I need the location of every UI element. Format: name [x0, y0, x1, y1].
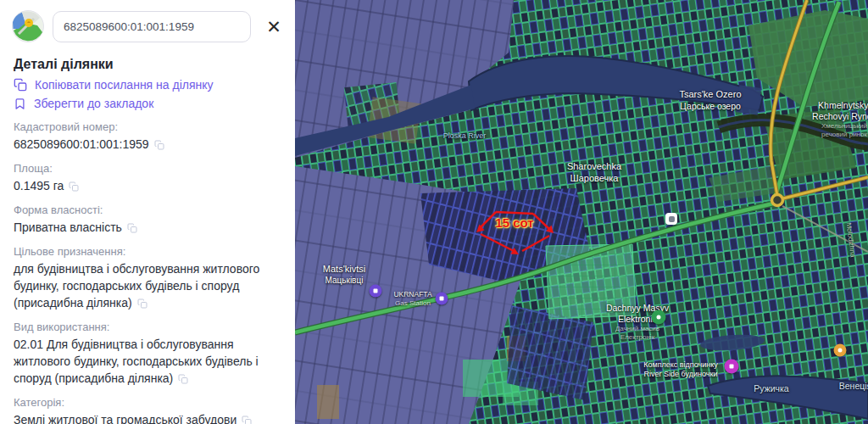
field-category: Категорія: Землі житлової та громадської… — [0, 396, 295, 424]
field-value: 02.01 Для будівництва і обслуговування ж… — [14, 338, 259, 385]
field-label: Кадастровий номер: — [14, 120, 287, 133]
search-input-wrap — [53, 11, 251, 42]
page-title: Деталі ділянки — [14, 57, 295, 72]
field-label: Форма власності: — [14, 204, 287, 216]
copy-icon — [14, 78, 27, 92]
search-input[interactable] — [53, 11, 251, 42]
close-panel-button[interactable]: ✕ — [263, 18, 285, 36]
resort-poi-icon[interactable] — [725, 360, 739, 374]
area-annotation: 15 сот — [495, 215, 533, 230]
copy-value-icon[interactable] — [242, 416, 252, 424]
copy-value-icon[interactable] — [154, 140, 164, 153]
roundabout — [772, 195, 783, 206]
field-cadastral-number: Кадастровий номер: 6825089600:01:001:195… — [0, 120, 295, 153]
gas-station-poi-icon[interactable] — [436, 293, 448, 305]
field-ownership: Форма власності: Приватна власність — [0, 204, 295, 236]
food-poi-icon[interactable] — [834, 344, 847, 357]
field-label: Вид використання: — [14, 321, 287, 333]
field-value: 0.1495 га — [14, 179, 64, 192]
field-label: Площа: — [14, 162, 287, 175]
app-logo-icon[interactable] — [12, 10, 44, 42]
field-value: Землі житлової та громадської забудови — [14, 413, 236, 424]
bookmark-action[interactable]: Зберегти до закладок — [14, 97, 295, 110]
copy-value-icon[interactable] — [127, 223, 137, 236]
field-label: Категорія: — [14, 396, 287, 409]
parcel-details-panel: ✕ Деталі ділянки Копіювати посилання на … — [0, 0, 295, 424]
copy-parcel-link-label: Копіювати посилання на ділянку — [35, 78, 214, 92]
field-use-type: Вид використання: 02.01 Для будівництва … — [0, 321, 295, 387]
bookmark-icon — [14, 98, 26, 110]
field-list: Кадастровий номер: 6825089600:01:001:195… — [0, 120, 295, 424]
landmark-poi-icon[interactable] — [665, 213, 677, 225]
bookmark-label: Зберегти до закладок — [34, 97, 153, 110]
field-label: Цільове призначення: — [14, 245, 287, 258]
copy-value-icon[interactable] — [137, 298, 147, 311]
park-poi-icon[interactable] — [652, 310, 666, 325]
map-terrain — [295, 0, 868, 424]
cadastral-map-app: ✕ Деталі ділянки Копіювати посилання на … — [0, 0, 868, 424]
map-canvas[interactable]: Tsars'ke Ozero Царське озеро Ploska Rive… — [295, 0, 868, 424]
field-value: Приватна власність — [14, 220, 122, 234]
field-purpose: Цільове призначення: для будівництва і о… — [0, 245, 295, 311]
copy-parcel-link-action[interactable]: Копіювати посилання на ділянку — [14, 78, 295, 92]
car-service-poi-icon[interactable] — [370, 285, 382, 298]
panel-header: ✕ — [0, 0, 295, 42]
field-value: 6825089600:01:001:1959 — [14, 137, 149, 151]
copy-value-icon[interactable] — [69, 181, 79, 194]
copy-value-icon[interactable] — [178, 374, 188, 387]
field-area: Площа: 0.1495 га — [0, 162, 295, 194]
